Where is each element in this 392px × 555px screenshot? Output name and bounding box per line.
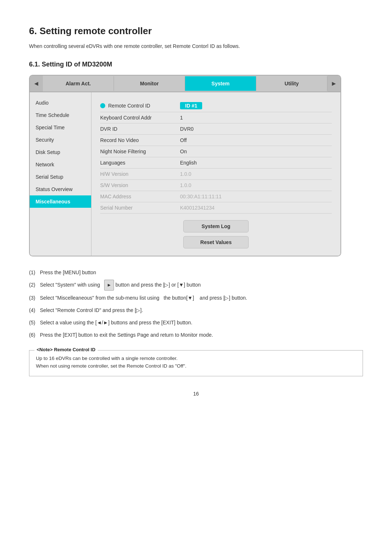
row-hw-version: H/W Version 1.0.0 [100, 169, 332, 180]
value-keyboard-control-addr: 1 [180, 115, 183, 121]
dvr-sidebar: Audio Time Schedule Special Time Securit… [30, 92, 91, 256]
label-mac-address: MAC Address [100, 194, 180, 199]
step-4-num: (4) [29, 305, 40, 315]
step-3: (3) Select "Miscelleaneous" from the sub… [29, 293, 363, 303]
dvr-content: Audio Time Schedule Special Time Securit… [30, 92, 340, 256]
step-4: (4) Select "Remote Control ID" and press… [29, 305, 363, 315]
inline-btn-right: ► [104, 280, 114, 291]
dvr-main-panel: Remote Control ID ID #1 Keyboard Control… [91, 92, 340, 256]
row-night-noise-filtering[interactable]: Night Noise Filtering On [100, 146, 332, 157]
step-6-num: (6) [29, 330, 40, 340]
reset-values-button[interactable]: Reset Values [183, 236, 249, 248]
value-sw-version: 1.0.0 [180, 182, 191, 188]
intro-text: When controlling several eDVRs with one … [29, 43, 363, 49]
tab-bar: ◄ Alarm Act. Monitor System Utility ► [30, 76, 340, 92]
label-serial-number: Serial Number [100, 205, 180, 211]
system-log-button[interactable]: System Log [183, 220, 249, 232]
row-keyboard-control-addr[interactable]: Keyboard Control Addr 1 [100, 112, 332, 123]
step-5: (5) Select a value using the [◄/►] butto… [29, 317, 363, 328]
left-arrow-button[interactable]: ◄ [30, 76, 43, 92]
row-mac-address: MAC Address 00:30:A1:11:11:11 [100, 191, 332, 202]
row-sw-version: S/W Version 1.0.0 [100, 180, 332, 191]
page-title: 6. Setting remote controller [29, 25, 363, 37]
value-record-no-video: Off [180, 137, 187, 143]
sidebar-item-disk-setup[interactable]: Disk Setup [30, 146, 91, 158]
row-serial-number: Serial Number K40012341234 [100, 202, 332, 214]
dvr-buttons: System Log Reset Values [100, 220, 332, 248]
sidebar-item-time-schedule[interactable]: Time Schedule [30, 109, 91, 121]
sidebar-item-audio[interactable]: Audio [30, 97, 91, 109]
sidebar-item-security[interactable]: Security [30, 134, 91, 146]
section-heading: 6.1. Setting ID of MD3200M [29, 61, 363, 68]
step-1: (1) Press the [MENU] button [29, 267, 363, 278]
step-2: (2) Select "System" with using ► button … [29, 280, 363, 291]
step-1-text: Press the [MENU] button [40, 267, 363, 278]
tab-system[interactable]: System [185, 76, 256, 91]
row-dvr-id[interactable]: DVR ID DVR0 [100, 123, 332, 135]
label-languages: Languages [100, 160, 180, 166]
value-night-noise-filtering: On [180, 149, 187, 154]
value-mac-address: 00:30:A1:11:11:11 [180, 194, 221, 199]
step-6: (6) Press the [EXIT] button to exit the … [29, 330, 363, 340]
label-sw-version: S/W Version [100, 182, 180, 188]
value-languages: English [180, 160, 197, 166]
sidebar-item-network[interactable]: Network [30, 158, 91, 171]
row-languages[interactable]: Languages English [100, 157, 332, 169]
label-hw-version: H/W Version [100, 171, 180, 177]
step-5-num: (5) [29, 317, 40, 328]
step-1-num: (1) [29, 267, 40, 278]
value-serial-number: K40012341234 [180, 205, 215, 211]
sidebar-item-serial-setup[interactable]: Serial Setup [30, 171, 91, 183]
step-3-num: (3) [29, 293, 40, 303]
step-3-text: Select "Miscelleaneous" from the sub-men… [40, 293, 363, 303]
right-arrow-button[interactable]: ► [327, 76, 340, 92]
note-line-1: Up to 16 eDVRs can be controlled with a … [36, 356, 356, 361]
note-box: <Note> Remote Control ID Up to 16 eDVRs … [29, 350, 363, 376]
steps-list: (1) Press the [MENU] button (2) Select "… [29, 267, 363, 340]
step-6-text: Press the [EXIT] button to exit the Sett… [40, 330, 363, 340]
step-2-num: (2) [29, 280, 40, 290]
row-record-no-video[interactable]: Record No Video Off [100, 135, 332, 146]
note-line-2: When not using remote controller, set th… [36, 363, 356, 369]
label-record-no-video: Record No Video [100, 137, 180, 143]
row-remote-control-id[interactable]: Remote Control ID ID #1 [100, 100, 332, 112]
value-remote-control-id: ID #1 [180, 102, 202, 109]
step-2-text: Select "System" with using ► button and … [40, 280, 363, 291]
label-keyboard-control-addr: Keyboard Control Addr [100, 115, 180, 121]
page-number: 16 [29, 391, 363, 397]
label-night-noise-filtering: Night Noise Filtering [100, 149, 180, 154]
tab-monitor[interactable]: Monitor [114, 76, 185, 91]
sidebar-item-miscellaneous[interactable]: Miscellaneous [30, 195, 91, 208]
step-4-text: Select "Remote Control ID" and press the… [40, 305, 363, 315]
active-indicator [100, 103, 105, 108]
label-dvr-id: DVR ID [100, 126, 180, 132]
dvr-ui-box: ◄ Alarm Act. Monitor System Utility ► Au… [29, 75, 341, 256]
value-hw-version: 1.0.0 [180, 171, 191, 177]
label-remote-control-id: Remote Control ID [100, 103, 180, 109]
tab-utility[interactable]: Utility [256, 76, 327, 91]
tab-alarm-act[interactable]: Alarm Act. [43, 76, 114, 91]
sidebar-item-status-overview[interactable]: Status Overview [30, 183, 91, 195]
note-title: <Note> Remote Control ID [34, 347, 98, 352]
step-5-text: Select a value using the [◄/►] buttons a… [40, 317, 363, 328]
value-dvr-id: DVR0 [180, 126, 193, 132]
sidebar-item-special-time[interactable]: Special Time [30, 121, 91, 134]
